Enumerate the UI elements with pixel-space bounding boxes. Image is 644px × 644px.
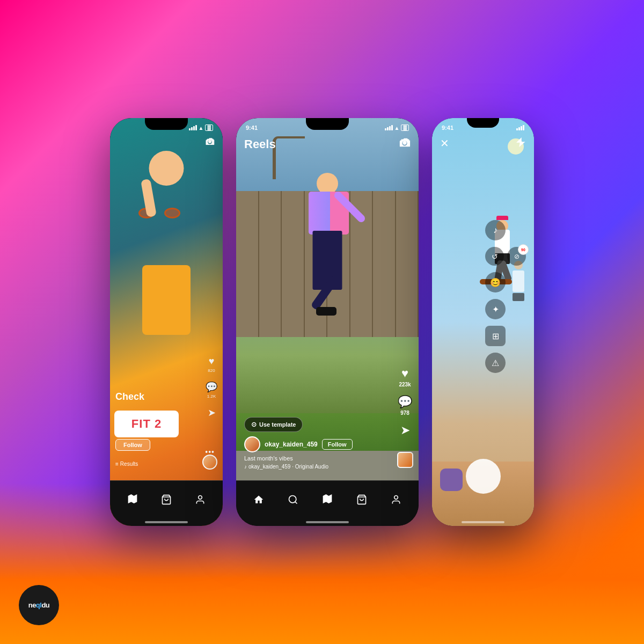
reels-comment-count: 978 xyxy=(400,410,409,416)
reels-follow-button[interactable]: Follow xyxy=(322,439,353,450)
phone-1-bottom-nav xyxy=(110,480,223,526)
reels-camera-icon[interactable] xyxy=(399,137,411,151)
signal-bars-3 xyxy=(516,125,524,130)
signal-bars-2 xyxy=(385,125,393,130)
reels-comment-icon: 💬 xyxy=(398,395,412,409)
close-button[interactable]: ✕ xyxy=(440,137,449,150)
sig-b1 xyxy=(385,128,386,130)
phone-1-nav-shop[interactable] xyxy=(158,491,175,508)
sig-b2 xyxy=(387,127,389,130)
alert-tool-button[interactable]: ⚠ xyxy=(485,353,506,373)
reels-share-icon: ➤ xyxy=(400,423,410,437)
sparkle-icon: ✦ xyxy=(492,304,499,314)
reels-bottom-info: okay_kaiden_459 Follow Last month's vibe… xyxy=(236,436,386,470)
phone-1-screen: ▲ ▓ Check FIT 2 ♥ 820 💬 xyxy=(110,118,223,526)
svg-point-4 xyxy=(394,495,398,499)
tool-row-flip-speed: ↺ ⊘ 90 xyxy=(485,247,526,266)
phone-2-nav-shop[interactable] xyxy=(353,491,370,508)
phone-1-nav-reels[interactable] xyxy=(124,491,141,508)
flip-tool-button[interactable]: ↺ xyxy=(485,247,504,266)
sparkle-tool-button[interactable]: ✦ xyxy=(485,299,506,319)
skater-hat xyxy=(496,216,508,220)
results-icon: ≡ xyxy=(115,461,119,467)
phone-2-nav-search[interactable] xyxy=(284,491,302,508)
wifi-icon: ▲ xyxy=(199,125,204,131)
music-tool-button[interactable]: ♪ xyxy=(485,220,506,240)
signal-bars xyxy=(189,125,197,130)
phone-1-fit2-box[interactable]: FIT 2 xyxy=(114,411,179,437)
battery-icon-2: ▓ xyxy=(401,125,409,131)
effects-tool-button[interactable]: 😊 xyxy=(485,272,506,292)
phone-1-status-icons: ▲ ▓ xyxy=(189,125,213,131)
wifi-icon-2: ▲ xyxy=(394,125,400,131)
s3-b1 xyxy=(516,128,518,130)
s3-b4 xyxy=(523,125,524,130)
person-torso xyxy=(142,265,191,335)
phone-1-notch xyxy=(145,118,188,130)
like-count: 820 xyxy=(208,368,215,373)
phone-1: ▲ ▓ Check FIT 2 ♥ 820 💬 xyxy=(110,118,223,526)
phone-3-time: 9:41 xyxy=(442,125,453,131)
phone-1-comment-action[interactable]: 💬 1.2K xyxy=(206,381,217,399)
reels-like-action[interactable]: ♥ 223k xyxy=(399,367,411,387)
glasses-right xyxy=(164,208,180,218)
phone-1-actions: ♥ 820 💬 1.2K ➤ xyxy=(206,356,217,419)
battery-icon: ▓ xyxy=(205,125,213,131)
capture-button[interactable] xyxy=(466,459,501,494)
phone-1-check-label: Check xyxy=(115,391,144,402)
comment-count: 1.2K xyxy=(207,394,216,399)
phone-2: 9:41 ▲ ▓ Reels xyxy=(236,118,419,526)
reels-username[interactable]: okay_kaiden_459 xyxy=(265,441,318,448)
signal-bar-2 xyxy=(191,127,193,130)
phone-3-home-indicator xyxy=(462,521,504,523)
phone-1-nav-profile[interactable] xyxy=(192,491,209,508)
dancer-head xyxy=(317,173,338,194)
fence-plank-2 xyxy=(259,191,282,337)
neqldu-text: neqldu xyxy=(28,601,50,609)
reels-thumbnail xyxy=(397,452,413,468)
fence-plank-1 xyxy=(236,191,259,337)
phone-2-nav-home[interactable] xyxy=(250,491,267,508)
neqldu-q-char: ql xyxy=(36,601,42,609)
fit2-text: FIT 2 xyxy=(131,417,162,431)
phone-2-screen: 9:41 ▲ ▓ Reels xyxy=(236,118,419,526)
phone-2-nav-reels[interactable] xyxy=(319,491,336,508)
phone-2-nav-profile[interactable] xyxy=(387,491,405,508)
phone-1-home-indicator xyxy=(145,521,188,523)
reels-audio[interactable]: ♪ okay_kaiden_459 · Original Audio xyxy=(244,464,378,470)
phone-1-share-action[interactable]: ➤ xyxy=(208,407,216,419)
reels-comment-action[interactable]: 💬 978 xyxy=(398,395,412,416)
phone-1-follow-button[interactable]: Follow xyxy=(115,439,150,451)
reels-user-row: okay_kaiden_459 Follow xyxy=(244,436,378,452)
template-icon: ⊙ xyxy=(251,421,257,428)
audio-text: okay_kaiden_459 · Original Audio xyxy=(248,464,328,470)
flash-icon[interactable] xyxy=(516,137,526,150)
effects-icon: 😊 xyxy=(490,277,501,288)
results-label: Results xyxy=(120,461,138,467)
speed-badge: 90 xyxy=(518,244,529,255)
s3-b3 xyxy=(521,126,522,130)
layout-tool-button[interactable]: ⊞ xyxy=(485,326,506,346)
phone-3: 9:41 ✕ xyxy=(432,118,534,526)
use-template-pill[interactable]: ⊙ Use template xyxy=(244,417,303,432)
phone-3-status-icons xyxy=(516,125,524,130)
layout-icon: ⊞ xyxy=(492,331,499,341)
reels-header: Reels xyxy=(236,137,419,151)
phone-1-camera-icon[interactable] xyxy=(205,137,215,149)
reels-share-action[interactable]: ➤ xyxy=(400,423,410,437)
phone-3-top-controls: ✕ xyxy=(432,137,534,150)
reels-avatar[interactable] xyxy=(244,436,260,452)
phone-1-like-action[interactable]: ♥ 820 xyxy=(208,356,215,373)
phone-1-results[interactable]: ≡ Results xyxy=(115,461,138,467)
dancer-shoe xyxy=(316,307,336,316)
signal-bar-4 xyxy=(195,125,197,130)
phone-2-status-icons: ▲ ▓ xyxy=(385,125,409,131)
sig-b4 xyxy=(391,125,393,130)
phone-2-bottom-nav xyxy=(236,480,419,526)
dancer-figure xyxy=(290,173,365,377)
svg-point-2 xyxy=(289,495,296,502)
reels-like-count: 223k xyxy=(399,382,411,387)
phone-1-small-avatar xyxy=(202,455,217,470)
speed-tool-button[interactable]: ⊘ 90 xyxy=(507,247,526,266)
color-swatch[interactable] xyxy=(440,469,463,491)
